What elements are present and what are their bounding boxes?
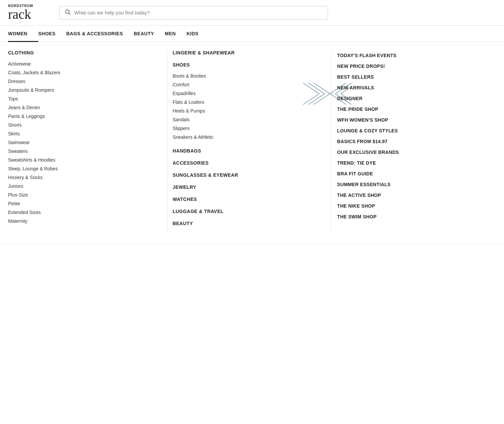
clothing-item[interactable]: Pants & Leggings	[8, 112, 162, 121]
category-section-header[interactable]: BEAUTY	[173, 221, 326, 226]
category-section-header[interactable]: JEWELRY	[173, 184, 326, 190]
category-item[interactable]: Slippers	[173, 124, 326, 133]
clothing-item[interactable]: Tops	[8, 94, 162, 103]
clothing-item[interactable]: Sweaters	[8, 147, 162, 156]
category-sections: LINGERIE & SHAPEWEARSHOESBoots & Booties…	[173, 50, 326, 230]
clothing-item[interactable]: Coats, Jackets & Blazers	[8, 68, 162, 77]
col-clothing: CLOTHING ActivewearCoats, Jackets & Blaz…	[8, 50, 167, 232]
search-icon	[65, 9, 71, 16]
dropdown-menu: CLOTHING ActivewearCoats, Jackets & Blaz…	[0, 42, 504, 244]
category-section-header[interactable]: HANDBAGS	[173, 148, 326, 154]
special-item[interactable]: BASICS FROM $14.97	[337, 136, 491, 147]
special-item[interactable]: NEW ARRIVALS	[337, 82, 491, 93]
clothing-item[interactable]: Shorts	[8, 121, 162, 129]
clothing-header[interactable]: CLOTHING	[8, 50, 162, 55]
svg-line-1	[69, 13, 71, 14]
search-bar[interactable]	[59, 6, 328, 19]
clothing-item[interactable]: Sleep, Lounge & Robes	[8, 164, 162, 173]
logo-rack: rack	[8, 8, 48, 21]
col-categories: LINGERIE & SHAPEWEARSHOESBoots & Booties…	[167, 50, 332, 232]
special-item[interactable]: THE PRIDE SHOP	[337, 104, 491, 115]
clothing-item[interactable]: Skirts	[8, 129, 162, 138]
clothing-item[interactable]: Jeans & Denim	[8, 103, 162, 112]
special-item[interactable]: TODAY'S FLASH EVENTS	[337, 50, 491, 61]
category-item[interactable]: Comfort	[173, 80, 326, 89]
special-item[interactable]: DESIGNER	[337, 93, 491, 104]
clothing-items-list: ActivewearCoats, Jackets & BlazersDresse…	[8, 59, 162, 225]
category-section-header[interactable]: LINGERIE & SHAPEWEAR	[173, 50, 326, 55]
category-item[interactable]: Espadrilles	[173, 89, 326, 98]
special-item[interactable]: OUR EXCLUSIVE BRANDS	[337, 147, 491, 158]
nav-item-beauty[interactable]: BEAUTY	[134, 26, 165, 41]
special-item[interactable]: SUMMER ESSENTIALS	[337, 179, 491, 190]
special-item[interactable]: NEW PRICE DROPS!	[337, 61, 491, 72]
clothing-item[interactable]: Activewear	[8, 59, 162, 68]
search-input[interactable]	[74, 10, 322, 15]
clothing-item[interactable]: Juniors	[8, 182, 162, 190]
nav-item-kids[interactable]: KIDS	[186, 26, 209, 41]
clothing-item[interactable]: Dresses	[8, 77, 162, 86]
category-section-header[interactable]: SUNGLASSES & EYEWEAR	[173, 172, 326, 178]
clothing-item[interactable]: Sweatshirts & Hoodies	[8, 156, 162, 164]
clothing-item[interactable]: Extended Sizes	[8, 208, 162, 217]
nav-item-shoes[interactable]: SHOES	[38, 26, 67, 41]
clothing-item[interactable]: Swimwear	[8, 138, 162, 147]
main-nav: WOMENSHOESBAGS & ACCESSORIESBEAUTYMENKID…	[0, 26, 504, 42]
category-item[interactable]: Heels & Pumps	[173, 107, 326, 115]
col-special: TODAY'S FLASH EVENTSNEW PRICE DROPS!BEST…	[332, 50, 496, 232]
clothing-item[interactable]: Petite	[8, 199, 162, 208]
category-section-header[interactable]: SHOES	[173, 62, 326, 68]
category-item[interactable]: Flats & Loafers	[173, 98, 326, 107]
site-header: NORDSTROM rack	[0, 0, 504, 26]
special-item[interactable]: THE SWIM SHOP	[337, 211, 491, 222]
special-item[interactable]: TREND: TIE DYE	[337, 158, 491, 168]
nav-item-women[interactable]: WOMEN	[8, 26, 38, 42]
special-item[interactable]: WFH WOMEN'S SHOP	[337, 115, 491, 125]
logo[interactable]: NORDSTROM rack	[8, 4, 48, 21]
category-section-header[interactable]: LUGGAGE & TRAVEL	[173, 209, 326, 214]
clothing-item[interactable]: Plus-Size	[8, 190, 162, 199]
category-item[interactable]: Sandals	[173, 115, 326, 124]
category-section-header[interactable]: WATCHES	[173, 197, 326, 202]
clothing-item[interactable]: Jumpsuits & Rompers	[8, 86, 162, 94]
special-item[interactable]: LOUNGE & COZY STYLES	[337, 125, 491, 136]
clothing-item[interactable]: Hosiery & Socks	[8, 173, 162, 182]
special-item[interactable]: BRA FIT GUIDE	[337, 168, 491, 179]
category-section-header[interactable]: ACCESSORIES	[173, 160, 326, 166]
special-item[interactable]: BEST SELLERS	[337, 72, 491, 82]
nav-item-bags---accessories[interactable]: BAGS & ACCESSORIES	[66, 26, 134, 41]
category-item[interactable]: Sneakers & Athletic	[173, 133, 326, 141]
special-item[interactable]: THE ACTIVE SHOP	[337, 190, 491, 201]
special-item[interactable]: THE NIKE SHOP	[337, 201, 491, 211]
clothing-item[interactable]: Maternity	[8, 217, 162, 225]
special-items-list: TODAY'S FLASH EVENTSNEW PRICE DROPS!BEST…	[337, 50, 491, 222]
nav-item-men[interactable]: MEN	[165, 26, 187, 41]
category-item[interactable]: Boots & Booties	[173, 72, 326, 80]
